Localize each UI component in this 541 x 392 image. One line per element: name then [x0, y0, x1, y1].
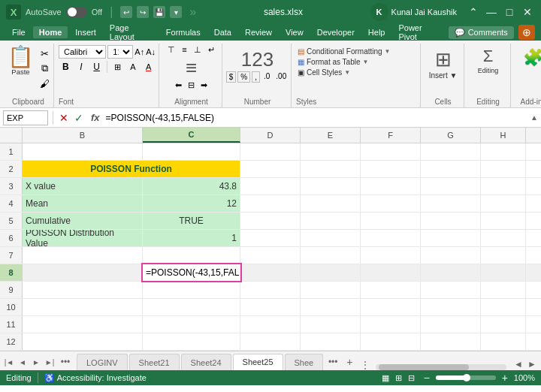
menu-insert[interactable]: Insert [69, 26, 102, 38]
cell-b11[interactable] [23, 316, 143, 333]
cell-b12[interactable] [23, 333, 143, 350]
menu-review[interactable]: Review [239, 26, 278, 38]
view-normal-btn[interactable]: ▦ [382, 373, 389, 383]
add-sheet-btn[interactable]: + [341, 354, 358, 370]
cell-e5[interactable] [301, 213, 361, 229]
cell-f5[interactable] [361, 213, 421, 229]
cell-c3[interactable]: 43.8 [143, 178, 240, 194]
user-avatar[interactable]: K [370, 3, 388, 21]
bold-btn[interactable]: B [59, 60, 73, 74]
col-header-f[interactable]: F [361, 128, 421, 143]
format-as-table-btn[interactable]: ▦ Format as Table ▼ [296, 57, 417, 67]
cell-f8[interactable] [361, 264, 421, 281]
redo-icon[interactable]: ↪ [137, 6, 149, 18]
cell-g11[interactable] [421, 316, 481, 333]
wrap-text-btn[interactable]: ↵ [206, 44, 217, 55]
menu-page-layout[interactable]: Page Layout [104, 22, 159, 43]
sheet-tab-sheet24[interactable]: Sheet24 [181, 354, 231, 370]
col-header-g[interactable]: G [421, 128, 481, 143]
sheet-tab-loginv[interactable]: LOGINV [77, 354, 128, 370]
ribbon-collapse-btn[interactable]: ⌃ [466, 5, 481, 20]
align-right-btn[interactable]: ➡ [198, 80, 210, 91]
menu-view[interactable]: View [280, 26, 310, 38]
cell-h3[interactable] [481, 178, 526, 194]
cell-c12[interactable] [143, 333, 240, 350]
row-num-4[interactable]: 4 [0, 195, 23, 212]
cell-g7[interactable] [421, 247, 481, 264]
cell-f6[interactable] [361, 230, 421, 246]
cell-h2[interactable] [481, 161, 526, 177]
cell-e1[interactable] [301, 143, 361, 160]
menu-formulas[interactable]: Formulas [160, 26, 207, 38]
align-left-btn[interactable]: ⬅ [173, 80, 184, 91]
cell-e9[interactable] [301, 282, 361, 298]
cell-d11[interactable] [240, 316, 301, 333]
italic-btn[interactable]: I [74, 60, 89, 74]
cell-e6[interactable] [301, 230, 361, 246]
fill-color-btn[interactable]: A [126, 60, 141, 74]
fx-btn[interactable]: fx [91, 112, 100, 123]
sheet-more-btn[interactable]: ••• [57, 354, 74, 370]
cancel-formula-btn[interactable]: ✕ [58, 112, 70, 124]
increase-decimal-btn[interactable]: .0 [261, 71, 272, 83]
cell-d2[interactable] [240, 161, 301, 177]
align-bottom-btn[interactable]: ⊥ [192, 44, 204, 55]
cell-f12[interactable] [361, 333, 421, 350]
confirm-formula-btn[interactable]: ✓ [73, 112, 85, 124]
row-num-1[interactable]: 1 [0, 143, 23, 160]
currency-btn[interactable]: $ [226, 71, 237, 83]
cell-c11[interactable] [143, 316, 240, 333]
cell-c1[interactable] [143, 143, 240, 160]
percent-btn[interactable]: % [237, 71, 250, 83]
cell-c6[interactable]: 1 [143, 230, 240, 246]
cell-c8[interactable]: =POISSON(-43,15,FALSE) [143, 264, 240, 281]
copy-btn[interactable]: ⧉ [37, 62, 52, 75]
sheet-first-btn[interactable]: |◄ [3, 356, 15, 368]
cell-d4[interactable] [240, 195, 301, 212]
row-num-7[interactable]: 7 [0, 247, 23, 264]
font-size-select[interactable]: 11 [107, 45, 133, 59]
col-header-b[interactable]: B [23, 128, 143, 143]
cell-d3[interactable] [240, 178, 301, 194]
cell-styles-btn[interactable]: ▣ Cell Styles ▼ [296, 68, 417, 77]
cell-b1[interactable] [23, 143, 143, 160]
cell-b8[interactable] [23, 264, 143, 281]
cell-f11[interactable] [361, 316, 421, 333]
format-painter-btn[interactable]: 🖌 [37, 77, 52, 90]
cell-f10[interactable] [361, 299, 421, 315]
cell-g2[interactable] [421, 161, 481, 177]
cell-g3[interactable] [421, 178, 481, 194]
sheet-options-btn[interactable]: ⋮ [361, 360, 370, 370]
scroll-right-btn[interactable]: ► [526, 358, 538, 370]
cell-b9[interactable] [23, 282, 143, 298]
comma-btn[interactable]: , [252, 71, 260, 83]
font-name-select[interactable]: Calibri [59, 45, 106, 59]
cell-e7[interactable] [301, 247, 361, 264]
sheet-last-btn[interactable]: ►| [44, 356, 56, 368]
sheet-tab-sheet25[interactable]: Sheet25 [233, 354, 283, 370]
increase-font-btn[interactable]: A↑ [134, 46, 144, 58]
cell-e2[interactable] [301, 161, 361, 177]
col-header-h[interactable]: H [481, 128, 526, 143]
border-btn[interactable]: ⊞ [110, 60, 125, 74]
cell-e10[interactable] [301, 299, 361, 315]
cell-d6[interactable] [240, 230, 301, 246]
zoom-out-btn[interactable]: − [421, 372, 433, 384]
cell-f9[interactable] [361, 282, 421, 298]
comments-btn[interactable]: 💬 Comments [449, 26, 514, 39]
undo-icon[interactable]: ↩ [120, 6, 132, 18]
sheet-next-btn[interactable]: ► [30, 356, 42, 368]
more-icon[interactable]: ▾ [170, 6, 182, 18]
cell-b6[interactable]: POISSON Distribution Value [23, 230, 143, 246]
decrease-decimal-btn[interactable]: .00 [274, 71, 289, 83]
view-page-layout-btn[interactable]: ⊞ [395, 373, 402, 383]
col-header-e[interactable]: E [301, 128, 361, 143]
formula-input[interactable] [106, 110, 528, 125]
scroll-left-btn[interactable]: ◄ [512, 358, 524, 370]
cell-b10[interactable] [23, 299, 143, 315]
cell-g10[interactable] [421, 299, 481, 315]
cell-c4[interactable]: 12 [143, 195, 240, 212]
zoom-slider[interactable] [436, 375, 496, 380]
share-btn[interactable]: ⊕ [518, 25, 535, 40]
cell-g8[interactable] [421, 264, 481, 281]
